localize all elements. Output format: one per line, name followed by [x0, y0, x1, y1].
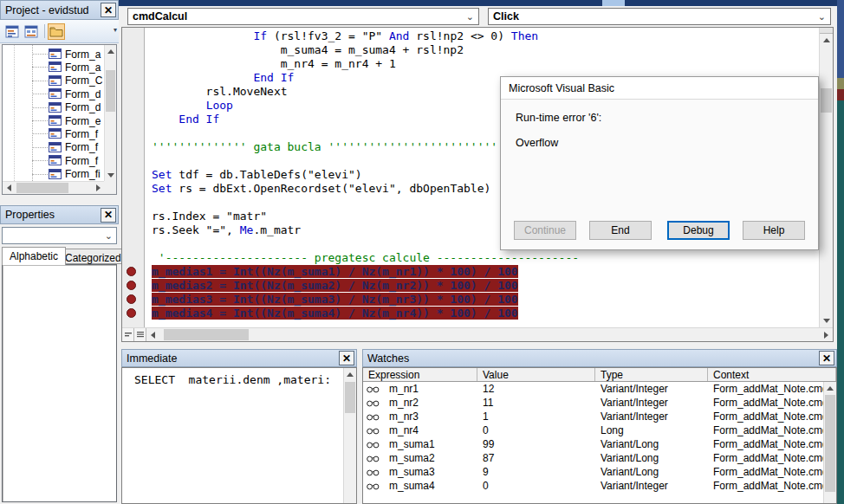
watch-row[interactable]: m_suma3 9 Variant/Long Form_addMat_Note.…: [363, 465, 836, 479]
code-horizontal-scrollbar[interactable]: [146, 328, 833, 341]
view-code-icon[interactable]: [3, 23, 21, 40]
scroll-left-icon[interactable]: [146, 328, 159, 341]
scrollbar-thumb[interactable]: [825, 395, 835, 492]
watch-value: 9: [477, 466, 595, 478]
breakpoint-dot[interactable]: [127, 281, 136, 290]
code-line[interactable]: '--------------------- pregatesc calcule…: [146, 251, 819, 265]
breakpoint-dot[interactable]: [127, 294, 136, 304]
properties-close-button[interactable]: ✕: [101, 208, 116, 223]
properties-panel-titlebar[interactable]: Properties ✕: [0, 205, 119, 224]
project-tree-item[interactable]: Form_fi: [3, 168, 103, 181]
tab-alphabetic[interactable]: Alphabetic: [2, 247, 66, 265]
code-line[interactable]: m_medias2 = Int((Nz(m_suma2) / Nz(m_nr2)…: [146, 279, 819, 293]
column-header-context[interactable]: Context: [708, 368, 836, 381]
watch-type: Long: [595, 424, 708, 436]
vba-ide-screen: Project - evidstud ✕ ▾ Form_a Form_a For…: [0, 0, 844, 504]
project-tree-item[interactable]: Form_f: [3, 154, 103, 167]
properties-object-combo[interactable]: ⌄: [2, 227, 117, 244]
watch-row[interactable]: m_suma1 99 Variant/Long Form_addMat_Note…: [363, 437, 836, 451]
watch-expression: m_suma1: [389, 438, 477, 450]
project-tree-horizontal-scrollbar[interactable]: [3, 181, 104, 194]
scroll-right-icon[interactable]: [820, 328, 833, 341]
scroll-down-icon[interactable]: [820, 314, 833, 327]
watch-context: Form_addMat_Note.cmdCal: [708, 383, 836, 395]
project-tree-item[interactable]: Form_f: [3, 141, 103, 154]
scroll-right-icon[interactable]: [92, 182, 104, 194]
project-panel-title: Project - evidstud: [5, 4, 101, 16]
form-icon: [49, 155, 62, 165]
scroll-up-icon[interactable]: [820, 34, 833, 47]
scroll-down-icon[interactable]: [105, 169, 117, 181]
column-header-value[interactable]: Value: [477, 368, 595, 381]
watch-row[interactable]: m_nr4 0 Long Form_addMat_Note.cmdCal: [363, 423, 836, 437]
watch-expression: m_suma3: [389, 466, 477, 478]
scrollbar-thumb[interactable]: [164, 329, 249, 340]
procedure-view-button[interactable]: [122, 328, 134, 341]
form-icon: [49, 88, 62, 99]
code-line[interactable]: m_medias4 = Int((Nz(m_suma4) / Nz(m_nr4)…: [146, 307, 819, 320]
scrollbar-thumb[interactable]: [106, 70, 115, 112]
scrollbar-thumb[interactable]: [821, 88, 832, 113]
watch-row[interactable]: m_nr1 12 Variant/Integer Form_addMat_Not…: [363, 382, 836, 396]
immediate-window[interactable]: SELECT materii.denm ,materi:: [121, 367, 357, 504]
code-line[interactable]: m_medias3 = Int((Nz(m_suma3) / Nz(m_nr3)…: [146, 293, 819, 307]
breakpoint-dot[interactable]: [127, 267, 136, 276]
scroll-up-icon[interactable]: [344, 368, 356, 380]
watches-close-button[interactable]: ✕: [819, 351, 834, 365]
project-close-button[interactable]: ✕: [101, 3, 116, 17]
watch-row[interactable]: m_nr3 1 Variant/Integer Form_addMat_Note…: [363, 410, 836, 423]
project-tree-items: Form_a Form_a Form_C Form_d Form_d Form_…: [3, 48, 103, 181]
project-tree-item[interactable]: Form_C: [3, 74, 103, 87]
code-vertical-scrollbar[interactable]: [819, 28, 833, 327]
scrollbar-thumb[interactable]: [345, 382, 355, 413]
continue-button[interactable]: Continue: [514, 221, 576, 240]
help-button[interactable]: Help: [743, 221, 805, 240]
watches-panel-titlebar[interactable]: Watches ✕: [362, 349, 837, 367]
end-button[interactable]: End: [589, 221, 652, 240]
code-line[interactable]: If (rsl!fv3_2 = "P" And rsl!np2 <> 0) Th…: [146, 29, 819, 43]
scroll-up-icon[interactable]: [824, 382, 836, 394]
toolbar-options-icon[interactable]: ▾: [114, 27, 117, 34]
immediate-panel-titlebar[interactable]: Immediate ✕: [121, 349, 357, 367]
dialog-title[interactable]: Microsoft Visual Basic: [501, 77, 818, 100]
project-tree-item[interactable]: Form_d: [3, 101, 103, 114]
watch-type: Variant/Integer: [595, 383, 708, 395]
watch-row[interactable]: m_suma2 87 Variant/Long Form_addMat_Note…: [363, 451, 836, 465]
project-tree-item[interactable]: Form_f: [3, 127, 103, 140]
watch-row[interactable]: m_nr2 11 Variant/Integer Form_addMat_Not…: [363, 396, 836, 410]
project-tree-item[interactable]: Form_a: [3, 61, 103, 74]
project-tree-item[interactable]: Form_d: [3, 87, 103, 100]
full-module-view-button[interactable]: [134, 328, 146, 341]
procedure-dropdown[interactable]: Click ⌄: [488, 8, 831, 25]
column-header-expression[interactable]: Expression: [363, 368, 477, 381]
toolbar-separator: [44, 24, 45, 38]
project-tree[interactable]: Form_a Form_a Form_C Form_d Form_d Form_…: [2, 44, 117, 195]
project-panel-titlebar[interactable]: Project - evidstud ✕: [0, 0, 119, 20]
scrollbar-thumb[interactable]: [16, 183, 68, 193]
watch-context: Form_addMat_Note.cmdCal: [708, 466, 836, 478]
view-object-icon[interactable]: [23, 23, 40, 40]
properties-list[interactable]: [2, 264, 117, 502]
code-line[interactable]: m_medias1 = Int((Nz(m_suma1) / Nz(m_nr1)…: [146, 265, 819, 279]
code-line[interactable]: m_nr4 = m_nr4 + 1: [146, 57, 819, 71]
project-tree-item[interactable]: Form_a: [3, 48, 103, 61]
tab-categorized[interactable]: Categorized: [57, 249, 129, 264]
background-strip-segment: [837, 0, 844, 78]
column-header-type[interactable]: Type: [595, 368, 708, 381]
debug-button[interactable]: Debug: [667, 221, 730, 240]
scroll-up-icon[interactable]: [105, 45, 117, 57]
immediate-vertical-scrollbar[interactable]: [343, 368, 356, 503]
toggle-folders-icon[interactable]: [48, 23, 65, 40]
object-dropdown[interactable]: cmdCalcul ⌄: [127, 8, 479, 25]
project-tree-vertical-scrollbar[interactable]: [104, 45, 116, 181]
watches-vertical-scrollbar[interactable]: [823, 382, 836, 503]
code-line[interactable]: m_suma4 = m_suma4 + rsl!np2: [146, 43, 819, 57]
watch-row[interactable]: m_suma4 0 Variant/Integer Form_addMat_No…: [363, 479, 836, 493]
project-tree-item[interactable]: Form_e: [3, 114, 103, 127]
split-handle[interactable]: [820, 28, 833, 34]
immediate-close-button[interactable]: ✕: [339, 351, 354, 365]
watches-rows: m_nr1 12 Variant/Integer Form_addMat_Not…: [363, 382, 836, 493]
breakpoint-dot[interactable]: [127, 308, 136, 318]
scroll-left-icon[interactable]: [3, 182, 15, 194]
watch-expression: m_nr4: [389, 424, 477, 436]
